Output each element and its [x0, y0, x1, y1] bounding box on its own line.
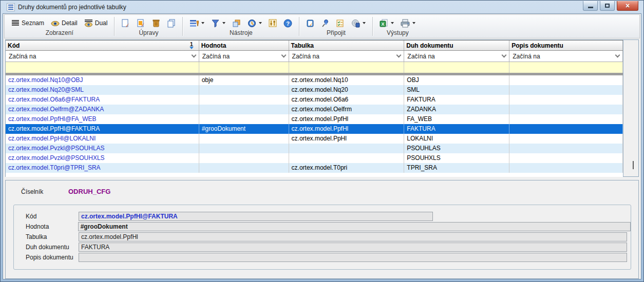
print-button[interactable] [399, 18, 417, 29]
help-button[interactable]: ? [282, 18, 294, 29]
settings-button[interactable] [267, 18, 278, 28]
new-record-icon [121, 19, 130, 28]
cell-kod: cz.ortex.model.Oelfrm@ZADANKA [6, 105, 199, 114]
filter-dropdown-hodnota[interactable]: Začíná na [199, 51, 289, 62]
cell-hodnota: obje [199, 75, 289, 85]
field-duh[interactable]: FAKTURA [79, 243, 627, 252]
edit-record-button[interactable] [135, 18, 147, 29]
excel-export-button[interactable]: X [378, 18, 395, 29]
filter-dropdown-tabulka[interactable]: Začíná na [289, 51, 405, 62]
table-row[interactable]: cz.ortex.model.Nq20@SML cz.ortex.model.N… [6, 85, 623, 95]
table-row[interactable]: cz.ortex.model.PpHl@LOKALNI cz.ortex.mod… [6, 134, 623, 144]
minimize-icon [588, 7, 593, 8]
detail-fieldset: Kód cz.ortex.model.PpfHl@FAKTURA Hodnota… [13, 205, 631, 270]
filter-input-duh[interactable] [404, 62, 509, 73]
column-header-label: Kód [8, 42, 20, 49]
filter-dropdown-duh[interactable]: Začíná na [404, 51, 509, 62]
cell-popis [509, 163, 623, 173]
column-header-label: Tabulka [291, 42, 314, 49]
filter-input-kod[interactable] [6, 62, 199, 73]
cell-hodnota [199, 114, 289, 124]
field-hodnota[interactable]: #grooDokument [78, 222, 631, 231]
merge-icon [232, 19, 241, 28]
column-header-label: Popis dokumentu [512, 42, 563, 49]
dual-button[interactable]: Dual [83, 18, 109, 28]
table-row[interactable]: cz.ortex.model.PpfHl@FA_WEB cz.ortex.mod… [6, 114, 623, 124]
filter-row: Začíná na Začíná na Začíná na Začíná na … [6, 51, 623, 62]
table-row-selected[interactable]: cz.ortex.model.PpfHl@FAKTURA #grooDokume… [6, 124, 623, 134]
checklist-icon [336, 19, 344, 28]
table-row[interactable]: cz.ortex.model.Oelfrm@ZADANKA cz.ortex.m… [6, 105, 623, 114]
grid-empty-area [6, 173, 623, 177]
window-title: Druhy dokumentů pro jednotlivé tabulky [18, 4, 583, 11]
filter-input-hodnota[interactable] [199, 62, 289, 73]
filter-icon [211, 19, 220, 28]
detail-button[interactable]: Detail [49, 18, 79, 28]
chevron-down-icon [502, 53, 507, 58]
column-header-label: Duh dokumentu [406, 42, 453, 49]
table-row[interactable]: cz.ortex.model.Nq10@OBJ obje cz.ortex.mo… [6, 75, 623, 85]
seznam-button[interactable]: Seznam [10, 18, 46, 28]
cell-tabulka: cz.ortex.model.Oelfrm [289, 105, 405, 114]
cell-duh: SML [404, 85, 509, 95]
cell-kod: cz.ortex.model.Nq20@SML [6, 85, 199, 95]
sort-indicator: 1 [190, 42, 194, 49]
field-label-hodnota: Hodnota [26, 223, 78, 230]
checklist-button[interactable] [334, 18, 346, 29]
list-view-icon [11, 19, 20, 27]
print-icon [401, 19, 410, 28]
copy-record-button[interactable] [165, 18, 177, 29]
filter-button[interactable] [210, 18, 227, 29]
note-button[interactable] [305, 18, 316, 29]
field-label-kod: Kód [26, 213, 79, 220]
svg-text:?: ? [287, 20, 290, 26]
group-label-pripojit: Připojit [299, 29, 372, 38]
cell-kod: cz.ortex.model.Pvzkl@PSOUHXLS [6, 153, 199, 163]
history-button[interactable] [246, 18, 263, 29]
filter-input-popis[interactable] [509, 62, 623, 73]
filter-dropdown-popis[interactable]: Začíná na [509, 51, 623, 62]
column-header-popis[interactable]: Popis dokumentu [509, 41, 623, 50]
sort-order-number: 1 [190, 42, 193, 47]
toolbar-group-pripojit: Připojit [299, 15, 372, 38]
header-row: Kód 1 Hodnota Tabulka Duh dokumentu Popi… [6, 40, 623, 51]
excel-export-icon: X [380, 19, 388, 28]
dropdown-arrow-icon [222, 22, 225, 24]
cell-hodnota [199, 134, 289, 144]
sort-button[interactable] [188, 18, 206, 29]
cell-duh: OBJ [404, 75, 509, 85]
restore-button[interactable] [600, 1, 615, 11]
column-header-kod[interactable]: Kód 1 [6, 41, 199, 50]
table-row[interactable]: cz.ortex.model.Pvzkl@PSOUHLAS PSOUHLAS [6, 144, 623, 153]
column-header-duh[interactable]: Duh dokumentu [404, 41, 509, 50]
pin-button[interactable] [319, 18, 331, 29]
minimize-button[interactable] [583, 1, 598, 11]
new-record-button[interactable] [120, 18, 131, 29]
scrollbar-thumb[interactable] [633, 161, 634, 169]
toolbar-group-upravy: Úpravy [115, 15, 182, 38]
cell-tabulka: cz.ortex.model.Nq10 [289, 75, 405, 85]
toolbar-group-nastroje: ? Nástroje [183, 15, 299, 38]
delete-record-button[interactable] [150, 18, 162, 29]
cell-tabulka: cz.ortex.model.T0pri [289, 163, 405, 173]
column-header-tabulka[interactable]: Tabulka [289, 41, 405, 50]
column-header-hodnota[interactable]: Hodnota [199, 41, 289, 50]
filter-input-tabulka[interactable] [289, 62, 405, 73]
table-row[interactable]: cz.ortex.model.Pvzkl@PSOUHXLS PSOUHXLS [6, 153, 623, 163]
toolbar-group-vystupy: X Výstupy [373, 15, 422, 38]
field-tabulka[interactable]: cz.ortex.model.PpfHl [79, 232, 627, 241]
merge-button[interactable] [231, 18, 242, 29]
table-row[interactable]: cz.ortex.model.O6a6@FAKTURA cz.ortex.mod… [6, 95, 623, 105]
field-popis[interactable] [79, 253, 627, 262]
filter-dropdown-kod[interactable]: Začíná na [6, 51, 199, 62]
media-button[interactable] [349, 18, 367, 29]
cell-hodnota [199, 144, 289, 153]
close-button[interactable]: × [617, 1, 638, 11]
sort-icon [190, 19, 199, 28]
table-row[interactable]: cz.ortex.model.T0pri@TPRI_SRA cz.ortex.m… [6, 163, 623, 173]
cell-duh: ZADANKA [404, 105, 509, 114]
grid-right-gutter [623, 40, 638, 176]
chevron-down-icon [281, 53, 286, 58]
field-kod[interactable]: cz.ortex.model.PpfHl@FAKTURA [79, 212, 433, 221]
edit-record-icon [137, 19, 145, 28]
